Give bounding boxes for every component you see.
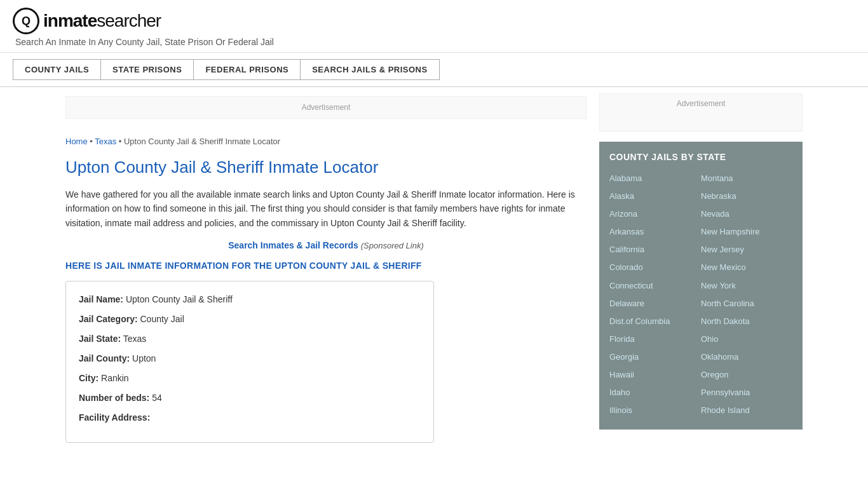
body-text: We have gathered for you all the availab… bbox=[65, 187, 587, 230]
state-link[interactable]: Oklahoma bbox=[701, 348, 792, 366]
jail-name-value: Upton County Jail & Sheriff bbox=[126, 294, 233, 304]
state-link[interactable]: Rhode Island bbox=[701, 402, 792, 419]
main-nav: COUNTY JAILS STATE PRISONS FEDERAL PRISO… bbox=[0, 53, 868, 87]
state-link[interactable]: Delaware bbox=[609, 295, 701, 313]
sidebar: Advertisement COUNTY JAILS BY STATE Alab… bbox=[599, 87, 803, 456]
state-link[interactable]: Illinois bbox=[609, 402, 701, 419]
state-link[interactable]: Florida bbox=[609, 330, 701, 348]
county-jails-box: COUNTY JAILS BY STATE AlabamaAlaskaArizo… bbox=[599, 142, 803, 430]
site-name-light: searcher bbox=[97, 11, 161, 30]
sidebar-ad: Advertisement bbox=[599, 93, 803, 132]
state-link[interactable]: California bbox=[609, 241, 701, 259]
county-jails-title: COUNTY JAILS BY STATE bbox=[609, 152, 792, 162]
page-title: Upton County Jail & Sheriff Inmate Locat… bbox=[65, 158, 587, 177]
breadcrumb-state[interactable]: Texas bbox=[95, 137, 116, 146]
site-header: Q inmatesearcher Search An Inmate In Any… bbox=[0, 0, 868, 53]
state-link[interactable]: Pennsylvania bbox=[701, 384, 792, 402]
states-grid: AlabamaAlaskaArizonaArkansasCaliforniaCo… bbox=[609, 170, 792, 419]
site-tagline: Search An Inmate In Any County Jail, Sta… bbox=[15, 37, 855, 47]
jail-category-row: Jail Category: County Jail bbox=[79, 313, 421, 326]
state-link[interactable]: Dist.of Columbia bbox=[609, 313, 701, 330]
state-link[interactable]: North Dakota bbox=[701, 313, 792, 330]
state-link[interactable]: New Mexico bbox=[701, 259, 792, 276]
site-title: inmatesearcher bbox=[43, 11, 161, 31]
jail-state-value: Texas bbox=[123, 334, 147, 344]
site-name-bold: inmate bbox=[43, 11, 97, 30]
nav-state-prisons[interactable]: STATE PRISONS bbox=[100, 59, 194, 80]
breadcrumb-current: Upton County Jail & Sheriff Inmate Locat… bbox=[124, 137, 280, 146]
state-link[interactable]: Montana bbox=[701, 170, 792, 187]
sponsored-link[interactable]: Search Inmates & Jail Records bbox=[228, 240, 358, 250]
state-link[interactable]: Ohio bbox=[701, 330, 792, 348]
nav-federal-prisons[interactable]: FEDERAL PRISONS bbox=[193, 59, 301, 80]
state-link[interactable]: Idaho bbox=[609, 384, 701, 402]
logo-icon: Q bbox=[13, 8, 39, 34]
jail-address-label: Facility Address: bbox=[79, 412, 150, 423]
state-link[interactable]: Arizona bbox=[609, 205, 701, 223]
main-content: Advertisement Home • Texas • Upton Count… bbox=[65, 87, 599, 456]
jail-address-row: Facility Address: bbox=[79, 411, 421, 424]
state-link[interactable]: New York bbox=[701, 277, 792, 295]
jail-county-label: Jail County: bbox=[79, 353, 130, 363]
state-link[interactable]: Alabama bbox=[609, 170, 701, 187]
sponsored-label: (Sponsored Link) bbox=[361, 241, 424, 250]
jail-beds-label: Number of beds: bbox=[79, 393, 149, 403]
breadcrumb-home[interactable]: Home bbox=[65, 137, 88, 146]
state-link[interactable]: Oregon bbox=[701, 366, 792, 384]
sponsored-link-area: Search Inmates & Jail Records (Sponsored… bbox=[65, 240, 587, 250]
state-link[interactable]: Georgia bbox=[609, 348, 701, 366]
jail-city-label: City: bbox=[79, 373, 98, 383]
jail-city-value: Rankin bbox=[101, 373, 129, 383]
jail-name-label: Jail Name: bbox=[79, 294, 123, 304]
states-col1: AlabamaAlaskaArizonaArkansasCaliforniaCo… bbox=[609, 170, 701, 419]
jail-category-label: Jail Category: bbox=[79, 314, 138, 324]
jail-county-row: Jail County: Upton bbox=[79, 352, 421, 365]
jail-info-box: Jail Name: Upton County Jail & Sheriff J… bbox=[65, 281, 434, 443]
state-link[interactable]: Nebraska bbox=[701, 187, 792, 205]
state-link[interactable]: North Carolina bbox=[701, 295, 792, 313]
state-link[interactable]: Alaska bbox=[609, 187, 701, 205]
jail-category-value: County Jail bbox=[140, 314, 184, 324]
jail-state-label: Jail State: bbox=[79, 334, 121, 344]
logo-area: Q inmatesearcher bbox=[13, 8, 855, 34]
state-link[interactable]: Hawaii bbox=[609, 366, 701, 384]
state-link[interactable]: New Jersey bbox=[701, 241, 792, 259]
jail-beds-row: Number of beds: 54 bbox=[79, 391, 421, 405]
jail-beds-value: 54 bbox=[152, 393, 162, 403]
state-link[interactable]: Connecticut bbox=[609, 277, 701, 295]
section-heading: HERE IS JAIL INMATE INFORMATION FOR THE … bbox=[65, 261, 587, 271]
state-link[interactable]: Nevada bbox=[701, 205, 792, 223]
jail-city-row: City: Rankin bbox=[79, 372, 421, 385]
breadcrumb: Home • Texas • Upton County Jail & Sheri… bbox=[65, 128, 587, 152]
nav-county-jails[interactable]: COUNTY JAILS bbox=[13, 59, 101, 80]
state-link[interactable]: Arkansas bbox=[609, 223, 701, 241]
jail-name-row: Jail Name: Upton County Jail & Sheriff bbox=[79, 293, 421, 306]
states-col2: MontanaNebraskaNevadaNew HampshireNew Je… bbox=[701, 170, 792, 419]
state-link[interactable]: New Hampshire bbox=[701, 223, 792, 241]
ad-banner-top: Advertisement bbox=[65, 96, 587, 119]
jail-state-row: Jail State: Texas bbox=[79, 332, 421, 346]
nav-search-jails[interactable]: SEARCH JAILS & PRISONS bbox=[300, 59, 439, 80]
jail-county-value: Upton bbox=[132, 353, 156, 363]
state-link[interactable]: Colorado bbox=[609, 259, 701, 276]
